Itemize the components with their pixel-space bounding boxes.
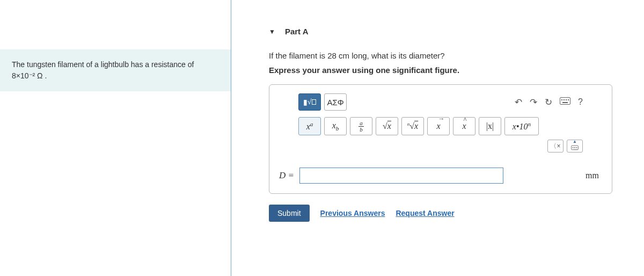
undo-icon[interactable]: ↶ [515, 97, 522, 108]
left-panel: The tungsten filament of a lightbulb has… [0, 0, 231, 276]
problem-text: The tungsten filament of a lightbulb has… [12, 60, 194, 80]
answer-row: D = mm [279, 168, 602, 184]
collapse-caret-icon[interactable]: ▼ [269, 28, 275, 35]
part-label: Part A [285, 27, 309, 36]
hat-button[interactable]: ^x [453, 117, 475, 135]
action-row: Submit Previous Answers Request Answer [269, 205, 628, 222]
sqrt-button[interactable]: √x [376, 117, 398, 135]
nth-root-button[interactable]: n√x [401, 117, 424, 135]
vector-button[interactable]: →x [427, 117, 450, 135]
mini-toolbar: 〈× ▲ [279, 135, 602, 152]
fraction-button[interactable]: ab [350, 117, 372, 135]
keyboard-toggle-button[interactable]: ▲ [567, 140, 583, 152]
question-text: If the filament is 28 cm long, what is i… [269, 51, 628, 60]
scientific-notation-button[interactable]: x•10n [504, 117, 539, 135]
part-header[interactable]: ▼ Part A [269, 27, 628, 36]
answer-input[interactable] [299, 168, 503, 184]
help-icon[interactable]: ? [578, 97, 583, 107]
redo-icon[interactable]: ↷ [530, 97, 537, 108]
answer-unit: mm [586, 171, 599, 180]
problem-statement: The tungsten filament of a lightbulb has… [0, 49, 231, 91]
superscript-button[interactable]: xa [298, 117, 321, 135]
abs-button[interactable]: |x| [479, 117, 501, 135]
request-answer-link[interactable]: Request Answer [396, 209, 454, 217]
right-panel: ▼ Part A If the filament is 28 cm long, … [231, 0, 644, 276]
reset-icon[interactable]: ↻ [545, 97, 552, 108]
subscript-button[interactable]: xb [324, 117, 347, 135]
equation-editor: ▮√ ΑΣΦ ↶ ↷ ↻ ? xa xb ab √x n√x →x [269, 84, 612, 194]
math-templates-tab[interactable]: ▮√ [298, 93, 321, 111]
greek-tab[interactable]: ΑΣΦ [324, 93, 347, 111]
submit-button[interactable]: Submit [269, 205, 310, 222]
instruction-text: Express your answer using one significan… [269, 66, 628, 75]
previous-answers-link[interactable]: Previous Answers [320, 209, 385, 217]
answer-label: D = [279, 170, 294, 181]
backspace-button[interactable]: 〈× [547, 140, 564, 152]
toolbar-row-1: ▮√ ΑΣΦ ↶ ↷ ↻ ? [279, 93, 602, 117]
toolbar-row-2: xa xb ab √x n√x →x ^x |x| x•10n [279, 117, 602, 135]
keyboard-icon[interactable] [560, 97, 570, 107]
